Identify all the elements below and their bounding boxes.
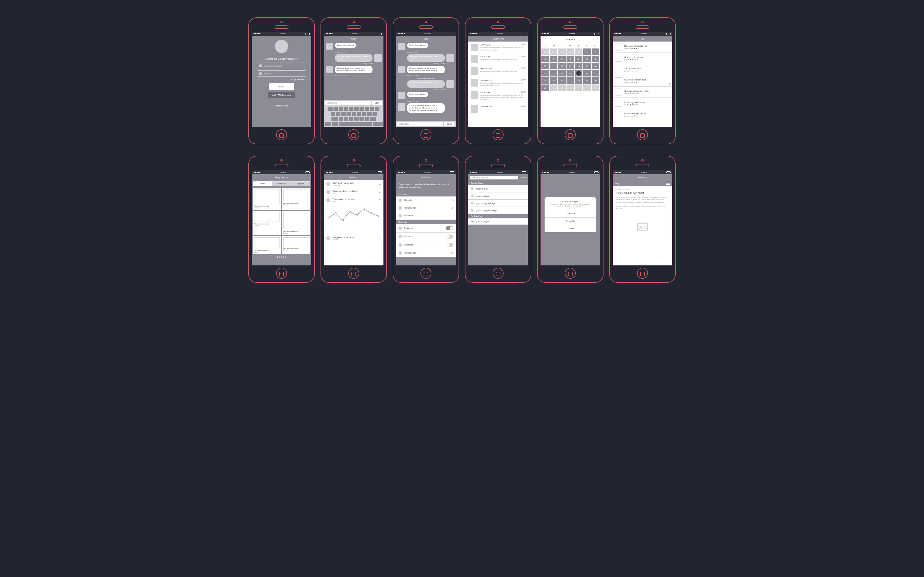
settings-row[interactable]: Possenon	[396, 224, 456, 232]
calendar-day[interactable]: 6	[592, 85, 599, 91]
calendar-day[interactable]: 16	[592, 63, 599, 69]
calendar-day[interactable]: 3	[541, 56, 549, 62]
calendar-day[interactable]: 27	[567, 77, 574, 84]
calendar-day[interactable]: 14	[575, 63, 582, 69]
calendar-grid[interactable]: 2627282930123456789101112131415161718192…	[541, 48, 600, 92]
stats-row[interactable]: Cui Tubuli nomen odioAccounting	[324, 180, 383, 188]
webview-header: Webview	[613, 174, 672, 180]
list-item[interactable]: Piso magna dissensioInterior ★★★★★	[613, 98, 672, 109]
forgot-password-link[interactable]: Forgot Password?	[291, 79, 306, 81]
calendar-day[interactable]: 31	[541, 85, 549, 91]
find-on-page[interactable]: Find "graphic burger"	[468, 218, 528, 225]
search-suggestion[interactable]: graphic burger design	[468, 200, 528, 207]
send-button[interactable]: Send	[372, 101, 382, 105]
email-field[interactable]: youremail@mail.com	[257, 63, 306, 69]
calendar-day[interactable]: 21	[575, 70, 582, 76]
password-field[interactable]: password	[257, 70, 306, 77]
calendar-day[interactable]: 28	[575, 77, 582, 84]
blog-card[interactable]: Nisi honeste vivaturDesign	[282, 236, 310, 254]
calendar-day[interactable]: 22	[583, 70, 591, 76]
chat-input[interactable]: Lorem ipsu	[397, 122, 443, 126]
toggle[interactable]	[446, 226, 453, 230]
hamburger-icon[interactable]	[666, 182, 670, 185]
calendar-day[interactable]: 11	[550, 63, 557, 69]
settings-row[interactable]: Possenon	[396, 232, 456, 241]
settings-row[interactable]: Possenon	[396, 212, 456, 220]
blog-segmented[interactable]: LatestFavoritesPopular	[253, 181, 310, 186]
blog-card-subtitle: Design	[254, 207, 280, 209]
settings-row[interactable]: Tubuli nomenOn	[396, 204, 456, 212]
calendar-day[interactable]: 4	[575, 85, 582, 91]
list-item[interactable]: Sed quot hominesInterior ★★★★★	[613, 64, 672, 75]
calendar-day[interactable]: 12	[558, 63, 565, 69]
calendar-day[interactable]: 17	[541, 70, 549, 76]
search-suggestion[interactable]: graphic burger mockup	[468, 207, 528, 214]
toggle[interactable]	[446, 243, 453, 247]
settings-row[interactable]: Tubuli nomenOff	[396, 249, 456, 257]
stats-row[interactable]: Piso magna dissensioVisits	[324, 196, 383, 204]
blog-tab[interactable]: Popular	[291, 182, 310, 186]
facebook-login-button[interactable]: Login With Facebook	[268, 92, 295, 98]
calendar-day[interactable]: 3	[567, 85, 574, 91]
calendar-day[interactable]: 2	[558, 85, 565, 91]
blog-card[interactable]: Nisi honeste vivaturDesign	[253, 211, 281, 235]
blog-tab[interactable]: Latest	[253, 182, 272, 186]
search-input[interactable]: GraphicBurger.com	[470, 176, 518, 179]
list-item[interactable]: Experiamur igitur inquiFashion ★★★★★	[613, 109, 672, 120]
calendar-day[interactable]: 1	[583, 48, 591, 55]
cancel-button[interactable]: Cancel	[520, 177, 527, 179]
settings-row[interactable]: Honeste	[396, 197, 456, 204]
login-button[interactable]: LOGIN	[270, 83, 294, 90]
calendar-day[interactable]: 18	[550, 70, 557, 76]
stats-row[interactable]: Non posse honeste viviAccess	[324, 234, 383, 242]
comment-author: Patrick Doe	[480, 67, 492, 70]
blog-card[interactable]: Nisi honeste vivaturDesign	[282, 189, 310, 210]
calendar-day[interactable]: 28	[558, 48, 565, 55]
blog-tab[interactable]: Favorites	[272, 182, 291, 186]
list-item[interactable]: Nisi honeste vivaturDesign ★★★★★	[613, 53, 672, 64]
calendar-day[interactable]: 4	[550, 56, 557, 62]
toggle[interactable]	[446, 235, 453, 239]
calendar-day[interactable]: 19	[558, 70, 565, 76]
chat-input[interactable]: Lorem ipsu	[325, 101, 371, 105]
calendar-day[interactable]: 8	[583, 56, 591, 62]
list-item[interactable]: Cui Tubuli nomen odioFashion ★★★★★	[613, 75, 672, 87]
calendar-day[interactable]: 30	[575, 48, 582, 55]
calendar-day[interactable]: 29	[583, 77, 591, 84]
blog-card[interactable]: Nisi honeste vivaturDesign	[282, 211, 310, 235]
search-suggestion[interactable]: graphicburger	[468, 185, 528, 192]
create-account-link[interactable]: Create Account	[275, 105, 288, 107]
calendar-day[interactable]: 23	[592, 70, 599, 76]
dialog-option[interactable]: Close All	[544, 210, 596, 217]
calendar-day[interactable]: 24	[541, 77, 549, 84]
calendar-day[interactable]: 6	[567, 56, 574, 62]
calendar-day[interactable]: 27	[550, 48, 557, 55]
calendar-day[interactable]: 9	[592, 56, 599, 62]
list-item[interactable]: Quod cognitum non habetDesign ★★★★★	[613, 87, 672, 98]
calendar-day[interactable]: 25	[550, 77, 557, 84]
search-suggestion[interactable]: graphic burger	[468, 192, 528, 200]
stats-row[interactable]: Quod cognitum non habetTraffic	[324, 188, 383, 196]
calendar-day[interactable]: 30	[592, 77, 599, 84]
calendar-day[interactable]: 1	[550, 85, 557, 91]
calendar-day[interactable]: 7	[575, 56, 582, 62]
keyboard[interactable]	[324, 106, 383, 127]
calendar-day[interactable]: 10	[541, 63, 549, 69]
calendar-day[interactable]: 2	[592, 48, 599, 55]
search-section: On This Page	[468, 214, 528, 218]
blog-card[interactable]: Nisi honeste vivaturDesign	[253, 236, 281, 254]
send-button[interactable]: Send	[444, 122, 454, 126]
blog-card[interactable]: Nisi honeste vivaturDesign	[253, 189, 281, 210]
calendar-day[interactable]: 13	[567, 63, 574, 69]
calendar-day[interactable]: 26	[541, 48, 549, 55]
calendar-day[interactable]: 5	[583, 85, 591, 91]
list-item[interactable]: Non posse honeste viviFashion ★★★★★	[613, 42, 672, 53]
calendar-day[interactable]: 5	[558, 56, 565, 62]
dialog-option[interactable]: Cancel	[544, 225, 596, 232]
calendar-day[interactable]: 29	[567, 48, 574, 55]
settings-row[interactable]: Possenon	[396, 241, 456, 249]
calendar-day[interactable]: 20	[567, 70, 574, 76]
calendar-day[interactable]: 26	[558, 77, 565, 84]
calendar-day[interactable]: 15	[583, 63, 591, 69]
dialog-option[interactable]: Keep All	[544, 217, 596, 225]
